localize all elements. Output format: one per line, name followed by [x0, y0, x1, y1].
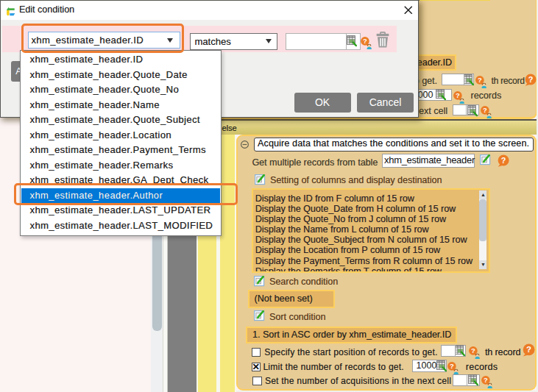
- svg-text:?: ?: [483, 376, 487, 384]
- svg-text:?: ?: [483, 106, 487, 114]
- svg-text:?: ?: [500, 156, 506, 165]
- svg-text:?: ?: [470, 346, 475, 354]
- svg-text:?: ?: [478, 76, 482, 84]
- svg-text:?: ?: [526, 345, 531, 354]
- svg-text:?: ?: [362, 38, 367, 46]
- svg-text:?: ?: [450, 362, 454, 370]
- svg-text:?: ?: [528, 75, 534, 84]
- svg-text:?: ?: [455, 91, 459, 99]
